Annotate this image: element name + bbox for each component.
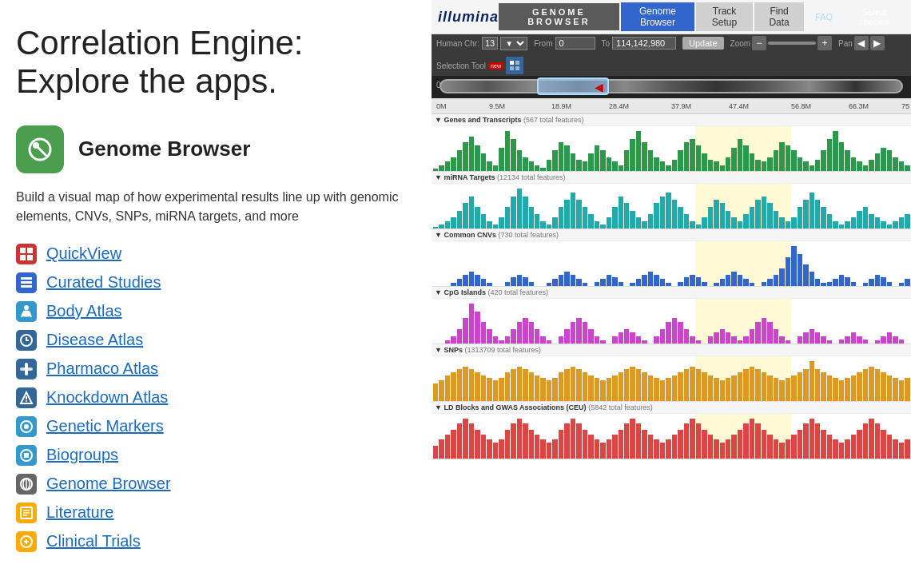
zoom-slider[interactable] <box>768 42 816 45</box>
bar-item <box>696 340 701 344</box>
tab-genome-browser[interactable]: Genome Browser <box>621 2 694 31</box>
bar-item <box>779 268 784 286</box>
bar-item <box>678 430 682 459</box>
bar-item <box>821 283 825 286</box>
bar-item <box>827 214 832 228</box>
genetic-link[interactable]: Genetic Markers <box>46 417 164 435</box>
bar-item <box>636 336 641 344</box>
bar-item <box>540 439 545 459</box>
bar-item <box>445 375 450 401</box>
bar-item <box>439 439 444 459</box>
track-label-cnvs: ▼ Common CNVs (730 total features) <box>432 229 911 241</box>
nav-item-pharmaco: Pharmaco Atlas <box>16 359 408 379</box>
bar-item <box>559 372 563 401</box>
tab-find-data[interactable]: Find Data <box>754 2 804 31</box>
track-canvas-cnvs[interactable] <box>432 241 911 286</box>
bar-item <box>678 150 682 171</box>
bar-item <box>660 197 665 228</box>
chromosome-overview[interactable]: 0 ◀ <box>432 76 911 98</box>
tab-track-setup[interactable]: Track Setup <box>696 2 753 31</box>
track-canvas-genes[interactable] <box>432 126 911 171</box>
bar-item <box>535 329 539 344</box>
track-row-mirna: ▼ miRNA Targets (12134 total features) <box>432 172 911 229</box>
biogroups-link[interactable]: Biogroups <box>46 446 118 464</box>
bar-item <box>821 207 825 228</box>
zoom-in-button[interactable]: + <box>818 36 832 50</box>
bar-item <box>619 372 623 401</box>
bar-item <box>786 145 790 171</box>
curated-link[interactable]: Curated Studies <box>46 273 161 292</box>
bar-item <box>839 142 844 171</box>
bar-item <box>600 150 605 171</box>
bar-item <box>767 203 772 228</box>
bar-item <box>690 275 694 286</box>
tab-select-species[interactable]: Select species <box>844 4 905 30</box>
bar-item <box>499 340 503 344</box>
bar-item <box>857 211 861 228</box>
bar-item <box>523 157 527 171</box>
knockdown-link[interactable]: Knockdown Atlas <box>46 388 168 407</box>
bar-item <box>445 340 450 344</box>
bar-item <box>750 153 754 171</box>
bar-item <box>821 336 825 344</box>
bar-item <box>547 160 551 171</box>
nav-item-genetic: Genetic Markers <box>16 416 408 437</box>
bar-item <box>559 336 563 344</box>
from-input[interactable] <box>555 37 595 50</box>
bar-item <box>612 161 617 171</box>
bar-item <box>833 221 837 228</box>
track-canvas-cpg[interactable] <box>432 299 911 344</box>
bar-item <box>869 367 873 401</box>
bar-item <box>708 336 713 344</box>
bar-item <box>529 282 534 286</box>
tab-faq[interactable]: FAQ <box>806 9 842 25</box>
bar-item <box>523 318 527 344</box>
bar-item <box>767 435 772 459</box>
bar-item <box>714 332 718 344</box>
bar-item <box>762 282 766 286</box>
pan-left-button[interactable]: ◀ <box>854 36 869 50</box>
pharmaco-link[interactable]: Pharmaco Atlas <box>46 360 158 378</box>
bar-item <box>552 150 557 171</box>
bar-item <box>535 214 539 228</box>
bar-item <box>600 380 605 401</box>
pan-right-button[interactable]: ▶ <box>870 36 885 50</box>
bar-item <box>475 312 479 344</box>
literature-link[interactable]: Literature <box>46 503 114 522</box>
bar-item <box>457 329 462 344</box>
track-canvas-mirna[interactable] <box>432 184 911 228</box>
bar-item <box>726 378 730 401</box>
svg-point-18 <box>26 400 27 402</box>
bar-item <box>654 275 658 286</box>
bar-item <box>576 423 581 459</box>
disease-link[interactable]: Disease Atlas <box>46 331 143 349</box>
clinical-icon <box>16 531 37 552</box>
track-canvas-ld[interactable] <box>432 414 911 459</box>
quickview-icon <box>16 244 37 264</box>
bar-item <box>636 131 641 171</box>
bar-item <box>547 224 551 228</box>
bar-item <box>762 372 766 401</box>
bar-item <box>648 435 653 459</box>
bar-item <box>505 207 510 228</box>
update-button[interactable]: Update <box>682 37 723 50</box>
bar-item <box>702 430 706 459</box>
clinical-link[interactable]: Clinical Trials <box>46 532 141 550</box>
bar-item <box>684 277 689 286</box>
bar-item <box>720 203 725 228</box>
bar-item <box>839 443 844 459</box>
genome-link[interactable]: Genome Browser <box>46 475 171 493</box>
bar-item <box>702 217 706 228</box>
zoom-out-button[interactable]: − <box>752 36 766 50</box>
bodyatlas-link[interactable]: Body Atlas <box>46 302 122 320</box>
track-canvas-snps[interactable] <box>432 356 911 401</box>
bar-item <box>833 378 837 401</box>
selection-tool-button[interactable] <box>506 57 523 74</box>
bar-item <box>827 340 832 344</box>
chr-dropdown[interactable]: ▼ <box>500 37 527 50</box>
quickview-link[interactable]: QuickView <box>46 244 121 263</box>
bar-item <box>463 419 467 459</box>
bar-item <box>511 329 515 344</box>
bar-item <box>523 423 527 459</box>
to-input[interactable] <box>612 37 676 50</box>
